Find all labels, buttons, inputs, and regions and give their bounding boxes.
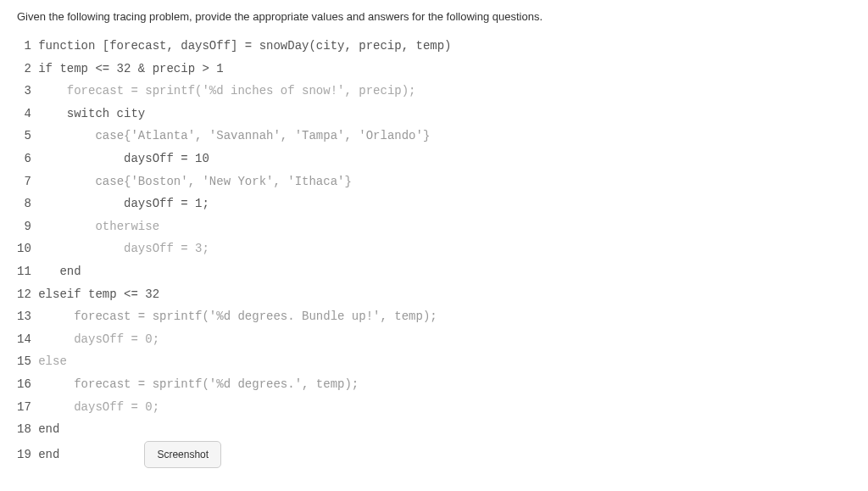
code-text: daysOff = 0; [31,332,159,346]
code-text: else [31,354,67,368]
line-number: 13 [17,310,31,323]
code-line-17: 17 daysOff = 0; [17,396,851,419]
code-line-2: 2 if temp <= 32 & precip > 1 [17,58,851,81]
code-line-19: 19 end Screenshot [17,441,851,469]
code-line-7: 7 case{'Boston', 'New York', 'Ithaca'} [17,170,851,193]
code-line-5: 5 case{'Atlanta', 'Savannah', 'Tampa', '… [17,125,851,148]
code-text: case{'Atlanta', 'Savannah', 'Tampa', 'Or… [31,129,430,142]
line-number: 3 [17,84,31,98]
code-text: forecast = sprintf('%d degrees. Bundle u… [31,310,437,323]
code-line-9: 9 otherwise [17,215,851,238]
code-line-6: 6 daysOff = 10 [17,148,851,170]
code-line-14: 14 daysOff = 0; [17,328,851,351]
line-number: 9 [17,220,31,233]
code-line-8: 8 daysOff = 1; [17,192,851,215]
line-number: 14 [17,332,31,346]
code-text: daysOff = 3; [31,242,209,255]
line-number: 16 [17,377,31,391]
line-number: 5 [17,129,31,142]
line-number: 17 [17,400,31,414]
code-line-15: 15 else [17,350,851,373]
code-text: forecast = sprintf('%d degrees.', temp); [31,377,359,391]
code-line-4: 4 switch city [17,103,851,126]
problem-prompt: Given the following tracing problem, pro… [17,10,851,23]
line-number: 7 [17,175,31,188]
line-number: 10 [17,242,31,255]
code-text: forecast = sprintf('%d inches of snow!',… [31,84,416,98]
code-line-10: 10 daysOff = 3; [17,237,851,260]
code-line-11: 11 end [17,260,851,283]
code-text: otherwise [31,220,159,233]
line-number: 15 [17,354,31,368]
code-listing: 1 function [forecast, daysOff] = snowDay… [17,35,851,468]
code-line-16: 16 forecast = sprintf('%d degrees.', tem… [17,373,851,396]
code-line-13: 13 forecast = sprintf('%d degrees. Bundl… [17,305,851,328]
screenshot-button[interactable]: Screenshot [144,441,221,469]
code-line-12: 12 elseif temp <= 32 [17,283,851,306]
code-line-3: 3 forecast = sprintf('%d inches of snow!… [17,80,851,103]
code-text: 19 end [17,444,59,466]
code-line-18: 18 end [17,418,851,441]
code-text: daysOff = 0; [31,400,159,414]
code-line-1: 1 function [forecast, daysOff] = snowDay… [17,35,851,58]
code-text: case{'Boston', 'New York', 'Ithaca'} [31,175,352,188]
